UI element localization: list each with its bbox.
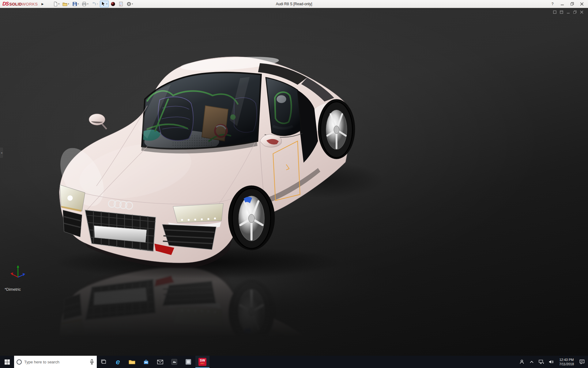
- appearance-sphere-icon: [111, 2, 115, 6]
- caret-icon[interactable]: ▾: [68, 3, 69, 5]
- view-orientation-label: *Dimetric: [5, 287, 21, 292]
- microphone-icon[interactable]: [89, 359, 94, 365]
- open-folder-icon: [62, 2, 67, 6]
- sw-year-text: 2017: [200, 362, 204, 365]
- restore-icon: [571, 2, 574, 6]
- window-controls: ?: [548, 0, 587, 8]
- close-button[interactable]: [577, 0, 587, 8]
- file-explorer-icon: [129, 359, 135, 365]
- options-button[interactable]: ▾: [125, 1, 134, 7]
- doc-minimize-icon[interactable]: [566, 10, 570, 14]
- file-explorer-button[interactable]: [125, 356, 139, 368]
- network-icon[interactable]: [537, 356, 546, 368]
- title-bar: DS SOLID WORKS ▶ ▾ ▾: [0, 0, 588, 8]
- task-view-icon: [101, 359, 107, 364]
- undo-arrow-icon: [92, 2, 96, 6]
- new-document-icon: [53, 2, 58, 6]
- sw-badge-text: SW: [200, 359, 205, 362]
- print-button[interactable]: ▾: [81, 1, 90, 7]
- solidworks-logo: DS SOLID WORKS: [2, 1, 38, 7]
- appearance-sphere-button[interactable]: [109, 1, 117, 7]
- save-button[interactable]: ▾: [71, 1, 80, 7]
- caret-icon[interactable]: ▾: [58, 3, 60, 5]
- graphics-viewport[interactable]: ◂: [0, 8, 588, 356]
- clock-date: 7/11/2018: [559, 362, 574, 366]
- cortana-icon: [17, 359, 22, 365]
- solidworks-taskbar-button[interactable]: SW 2017: [195, 356, 209, 368]
- restore-button[interactable]: [567, 0, 577, 8]
- document-window-controls: [553, 10, 584, 14]
- taskbar-clock[interactable]: 12:43 PM 7/11/2018: [557, 356, 576, 368]
- ds-logo-icon: DS: [2, 1, 9, 7]
- taskbar-search[interactable]: [14, 356, 97, 368]
- windows-taskbar: e: [0, 356, 588, 368]
- open-button[interactable]: ▾: [61, 1, 70, 7]
- start-button[interactable]: [0, 356, 14, 368]
- brand-works-text: WORKS: [22, 2, 38, 6]
- hidden-icons-chevron[interactable]: [527, 356, 536, 368]
- people-icon[interactable]: [518, 356, 526, 368]
- store-bag-icon: [143, 359, 149, 365]
- options-gear-icon: [126, 2, 131, 6]
- minimize-icon: [561, 2, 564, 6]
- menu-flyout-arrow-icon[interactable]: ▶: [40, 2, 46, 6]
- design-binder-icon: [119, 2, 123, 6]
- caret-icon[interactable]: ▾: [132, 3, 133, 5]
- mail-envelope-icon: [157, 360, 163, 364]
- car-3d-model: [0, 8, 588, 356]
- app-dark-tile-icon: [171, 359, 177, 365]
- store-button[interactable]: [139, 356, 153, 368]
- taskbar-app-gray-button[interactable]: [181, 356, 195, 368]
- select-cursor-icon: [101, 2, 106, 6]
- volume-icon[interactable]: [547, 356, 556, 368]
- solidworks-app-icon: SW 2017: [198, 358, 206, 366]
- caret-icon[interactable]: ▾: [78, 3, 79, 5]
- windows-logo-icon: [5, 359, 10, 365]
- doc-window-icon[interactable]: [560, 10, 564, 14]
- task-view-button[interactable]: [97, 356, 111, 368]
- action-center-icon[interactable]: [578, 356, 586, 368]
- edge-button[interactable]: e: [111, 356, 125, 368]
- mail-button[interactable]: [153, 356, 167, 368]
- undo-button[interactable]: ▾: [90, 1, 100, 7]
- caret-icon[interactable]: ▾: [87, 3, 89, 5]
- clock-time: 12:43 PM: [559, 358, 574, 362]
- taskbar-app-dark-button[interactable]: [167, 356, 181, 368]
- solidworks-window: DS SOLID WORKS ▶ ▾ ▾: [0, 0, 588, 368]
- help-button[interactable]: ?: [548, 0, 557, 8]
- doc-close-icon[interactable]: [580, 10, 584, 14]
- doc-restore-icon[interactable]: [573, 10, 577, 14]
- caret-icon[interactable]: ▾: [106, 3, 107, 5]
- minimize-button[interactable]: [557, 0, 567, 8]
- close-icon: [580, 2, 583, 6]
- caret-icon[interactable]: ▾: [97, 3, 98, 5]
- doc-window-icon[interactable]: [553, 10, 557, 14]
- edge-icon: e: [116, 358, 120, 366]
- quick-access-toolbar: ▾ ▾ ▾ ▾: [52, 1, 134, 7]
- design-binder-button[interactable]: [117, 1, 125, 7]
- printer-icon: [82, 2, 87, 6]
- save-floppy-icon: [72, 2, 77, 6]
- app-gray-tile-icon: [185, 359, 191, 365]
- system-tray: 12:43 PM 7/11/2018: [518, 356, 588, 368]
- new-document-button[interactable]: ▾: [52, 1, 61, 7]
- brand-solid-text: SOLID: [9, 2, 22, 6]
- search-input[interactable]: [24, 360, 87, 364]
- select-tool-button[interactable]: ▾: [100, 1, 109, 7]
